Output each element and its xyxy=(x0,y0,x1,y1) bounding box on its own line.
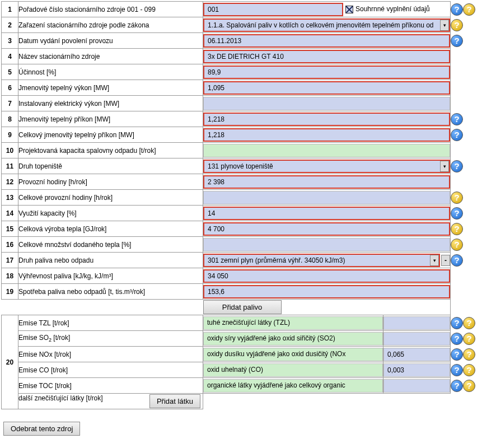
row-number: 8 xyxy=(2,111,18,127)
remove-fuel-button[interactable]: - xyxy=(441,255,450,266)
row-number: 19 xyxy=(2,284,18,300)
row-number: 6 xyxy=(2,80,18,96)
help-icon[interactable]: ? xyxy=(451,364,463,376)
palivo-value: 301 zemní plyn (průměrná výhř. 34050 kJ/… xyxy=(208,255,345,266)
warn-icon[interactable]: ? xyxy=(463,380,475,392)
poradove-cislo-input[interactable]: 001 xyxy=(203,3,343,16)
row-number: 17 xyxy=(2,253,18,268)
datum-input[interactable]: 06.11.2013 xyxy=(203,34,450,48)
warn-icon[interactable]: ? xyxy=(463,348,475,361)
row-number: 4 xyxy=(2,49,18,64)
row-number: 5 xyxy=(2,64,18,80)
row-number: 20 xyxy=(2,315,18,409)
row-number: 9 xyxy=(2,127,18,143)
help-icon[interactable]: ? xyxy=(451,254,463,267)
remove-source-button[interactable]: Odebrat tento zdroj xyxy=(3,422,80,436)
help-icon[interactable]: ? xyxy=(451,348,463,361)
row-number: 14 xyxy=(2,206,18,221)
warn-icon[interactable]: ? xyxy=(451,239,463,251)
warn-icon[interactable]: ? xyxy=(463,364,475,376)
help-icon[interactable]: ? xyxy=(451,380,463,392)
vyroba-input[interactable]: 4 700 xyxy=(203,222,450,236)
row-label: Celkový jmenovitý tepelný příkon [MW] xyxy=(18,127,203,143)
kapacita-input[interactable] xyxy=(203,144,450,157)
row-label: Projektovaná kapacita spalovny odpadu [t… xyxy=(18,143,203,158)
palivo-select[interactable]: 301 zemní plyn (průměrná výhř. 34050 kJ/… xyxy=(203,254,440,267)
warn-icon[interactable]: ? xyxy=(463,333,475,345)
dodane-input[interactable] xyxy=(203,238,450,251)
prikon-input[interactable]: 1,218 xyxy=(203,113,450,126)
emise-so2-desc: oxidy síry vyjádřené jako oxid siřičitý … xyxy=(203,332,383,346)
row-label: Datum vydání povolení provozu xyxy=(18,33,203,49)
row-label: Provozní hodiny [h/rok] xyxy=(18,174,203,190)
help-icon[interactable]: ? xyxy=(451,113,463,125)
vyhrevnost-input[interactable]: 34 050 xyxy=(203,269,450,283)
emise-tzl-input[interactable] xyxy=(383,316,450,330)
emise-so2-input[interactable] xyxy=(383,332,450,346)
chevron-down-icon[interactable]: ▾ xyxy=(440,20,449,31)
row-label: Název stacionárního zdroje xyxy=(18,49,203,64)
row-label: Druh paliva nebo odpadu xyxy=(18,253,203,268)
emise-toc-label: Emise TOC [t/rok] xyxy=(18,378,203,394)
add-substance-button[interactable]: Přidat látku xyxy=(149,394,200,408)
row-label: Využití kapacity [%] xyxy=(18,206,203,221)
emise-toc-desc: organické látky vyjádřené jako celkový o… xyxy=(203,379,383,393)
vyuziti-input[interactable]: 14 xyxy=(203,207,450,220)
warn-icon[interactable]: ? xyxy=(451,192,463,204)
vykon-input[interactable]: 1,095 xyxy=(203,81,450,95)
row-number: 15 xyxy=(2,221,18,237)
emise-tzl-label: Emise TZL [t/rok] xyxy=(18,315,203,331)
souhrnne-checkbox[interactable] xyxy=(345,6,353,13)
topeniste-select[interactable]: 131 plynové topeniště ▾ xyxy=(203,160,450,173)
row-label: Spotřeba paliva nebo odpadů [t, tis.m³/r… xyxy=(18,284,203,300)
help-icon[interactable]: ? xyxy=(451,129,463,141)
help-icon[interactable]: ? xyxy=(451,317,463,329)
elvykon-input[interactable] xyxy=(203,97,450,110)
ucinnost-input[interactable]: 89,9 xyxy=(203,66,450,79)
provhod-input[interactable]: 2 398 xyxy=(203,175,450,189)
row-label: Účinnost [%] xyxy=(18,64,203,80)
row-label: Jmenovitý tepelný příkon [MW] xyxy=(18,111,203,127)
warn-icon[interactable]: ? xyxy=(451,223,463,235)
add-fuel-button[interactable]: Přidat palivo xyxy=(203,300,282,314)
help-icon[interactable]: ? xyxy=(451,333,463,345)
emise-co-label: Emise CO [t/rok] xyxy=(18,362,203,378)
row-number: 7 xyxy=(2,96,18,111)
warn-icon[interactable]: ? xyxy=(463,3,475,16)
spotreba-input[interactable]: 153,6 xyxy=(203,285,450,298)
topeniste-value: 131 plynové topeniště xyxy=(208,161,273,172)
help-icon[interactable]: ? xyxy=(451,35,463,47)
help-icon[interactable]: ? xyxy=(451,3,463,16)
emise-tzl-desc: tuhé znečišťující látky (TZL) xyxy=(203,316,383,330)
chevron-down-icon[interactable]: ▾ xyxy=(430,255,439,266)
emise-toc-input[interactable] xyxy=(383,379,450,393)
row-number: 13 xyxy=(2,190,18,206)
emise-nox-label: Emise NOx [t/rok] xyxy=(18,347,203,362)
row-number: 10 xyxy=(2,143,18,158)
warn-icon[interactable]: ? xyxy=(451,19,463,31)
nazev-input[interactable]: 3x DE DIETRICH GT 410 xyxy=(203,50,450,63)
row-number: 12 xyxy=(2,174,18,190)
chevron-down-icon[interactable]: ▾ xyxy=(440,161,449,172)
souhrnne-checkbox-container[interactable]: Souhrnné vyplnění údajů xyxy=(345,5,450,13)
row-label: Zařazení stacionárního zdroje podle záko… xyxy=(18,17,203,33)
warn-icon[interactable]: ? xyxy=(463,317,475,329)
celkprikon-input[interactable]: 1,218 xyxy=(203,128,450,142)
row-label: Výhřevnost paliva [kJ/kg, kJ/m³] xyxy=(18,268,203,284)
help-icon[interactable]: ? xyxy=(451,160,463,172)
row-label: Pořadové číslo stacionárního zdroje 001 … xyxy=(18,2,203,17)
emise-co-input[interactable]: 0,003 xyxy=(383,363,450,377)
zarazeni-select[interactable]: 1.1.a. Spalování paliv v kotlích o celko… xyxy=(203,18,450,32)
row-number: 18 xyxy=(2,268,18,284)
celkprovhod-input[interactable] xyxy=(203,191,450,204)
row-number: 16 xyxy=(2,237,18,253)
row-label: Celkové provozní hodiny [h/rok] xyxy=(18,190,203,206)
emise-so2-label: Emise SO2 [t/rok] xyxy=(18,331,203,347)
emise-other-label: další znečišťující látky [t/rok] Přidat … xyxy=(18,394,203,409)
help-icon[interactable]: ? xyxy=(451,207,463,220)
row-label: Instalovaný elektrický výkon [MW] xyxy=(18,96,203,111)
emise-nox-input[interactable]: 0,065 xyxy=(383,348,450,361)
row-label: Jmenovitý tepelný výkon [MW] xyxy=(18,80,203,96)
emise-nox-desc: oxidy dusíku vyjádřené jako oxid dusičit… xyxy=(203,348,383,361)
row-number: 1 xyxy=(2,2,18,17)
